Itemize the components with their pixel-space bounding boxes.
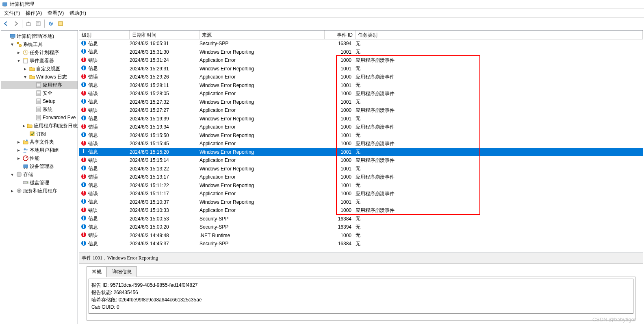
back-button[interactable] [2, 19, 11, 28]
tree-twisty[interactable]: ▾ [9, 172, 15, 177]
tree-item[interactable]: ▸本地用户和组 [1, 146, 78, 154]
event-row[interactable]: !错误2024/6/3 15:10:33Application Error100… [79, 206, 643, 215]
event-row[interactable]: !错误2024/6/3 15:27:27Application Error100… [79, 106, 643, 115]
event-row[interactable]: i信息2024/6/3 15:27:32Windows Error Report… [79, 98, 643, 107]
properties-button[interactable] [34, 19, 43, 28]
col-id[interactable]: 事件 ID [325, 31, 356, 39]
event-row[interactable]: i信息2024/6/3 15:00:20Security-SPP16394无 [79, 223, 643, 231]
folder-icon [29, 65, 35, 72]
tree-item[interactable]: 安全 [1, 89, 78, 97]
tree-item[interactable]: ▾Windows 日志 [1, 73, 78, 81]
event-row[interactable]: i信息2024/6/3 15:00:53Security-SPP16384无 [79, 215, 643, 223]
event-row[interactable]: i信息2024/6/3 15:15:50Windows Error Report… [79, 131, 643, 140]
tree-twisty[interactable]: ▾ [16, 58, 22, 63]
event-id: 1000 [325, 174, 356, 180]
event-row[interactable]: i信息2024/6/3 15:13:22Windows Error Report… [79, 165, 643, 173]
event-row[interactable]: i信息2024/6/3 15:11:22Windows Error Report… [79, 181, 643, 190]
tree-item[interactable]: ▾存储 [1, 170, 78, 179]
tree-item[interactable]: ▸服务和应用程序 [1, 187, 78, 195]
event-row[interactable]: !错误2024/6/3 15:19:34Application Error100… [79, 123, 643, 131]
event-datetime: 2024/6/3 15:29:26 [130, 74, 199, 80]
tree-twisty[interactable]: ▸ [16, 139, 22, 145]
tab-details[interactable]: 详细信息 [107, 266, 137, 277]
tree-item[interactable]: ▸任务计划程序 [1, 48, 78, 57]
tree-item[interactable]: 计算机管理(本地) [1, 32, 78, 40]
event-row[interactable]: !错误2024/6/3 14:49:48.NET Runtime1000无 [79, 231, 643, 240]
tree-item[interactable]: ▾系统工具 [1, 40, 78, 48]
tree-item[interactable]: 磁盘管理 [1, 179, 78, 187]
event-row[interactable]: !错误2024/6/3 15:15:45Application Error100… [79, 140, 643, 148]
tree-label: Windows 日志 [36, 74, 67, 81]
tree-item[interactable]: 设备管理器 [1, 162, 78, 170]
tree-item[interactable]: ▸共享文件夹 [1, 138, 78, 146]
event-category: 无 [356, 82, 643, 89]
col-source[interactable]: 来源 [199, 31, 325, 39]
detail-header: 事件 1001，Windows Error Reporting [79, 253, 643, 264]
event-category: 无 [356, 224, 643, 231]
tree-twisty[interactable]: ▸ [9, 188, 15, 194]
event-row[interactable]: !错误2024/6/3 15:11:17Application Error100… [79, 190, 643, 198]
col-category[interactable]: 任务类别 [356, 31, 643, 39]
event-source: Windows Error Reporting [199, 116, 325, 122]
tree-item[interactable]: Setup [1, 97, 78, 105]
event-row[interactable]: i信息2024/6/3 15:15:20Windows Error Report… [79, 148, 643, 157]
event-row[interactable]: !错误2024/6/3 15:31:24Application Error100… [79, 56, 643, 65]
event-row[interactable]: !错误2024/6/3 15:13:17Application Error100… [79, 173, 643, 181]
col-date[interactable]: 日期和时间 [130, 31, 199, 39]
tree-item[interactable]: ▸性能 [1, 154, 78, 162]
tree-twisty[interactable]: ▸ [16, 147, 22, 153]
menu-view[interactable]: 查看(V) [45, 9, 66, 17]
log-icon [35, 82, 42, 88]
help-button[interactable]: ? [46, 19, 55, 28]
tree-item[interactable]: 系统 [1, 105, 78, 113]
tree-item[interactable]: 应用程序 [1, 81, 78, 89]
tree-twisty[interactable]: ▸ [16, 50, 22, 55]
tree-item[interactable]: ▾事件查看器 [1, 57, 78, 65]
tree-item[interactable]: ▸自定义视图 [1, 65, 78, 73]
event-row[interactable]: i信息2024/6/3 15:19:39Windows Error Report… [79, 115, 643, 123]
tree-twisty[interactable]: ▸ [22, 66, 28, 72]
svg-point-38 [26, 149, 28, 151]
tree-item[interactable]: 订阅 [1, 130, 78, 138]
tree-twisty[interactable]: ▸ [22, 123, 26, 129]
event-row[interactable]: !错误2024/6/3 15:28:05Application Error100… [79, 89, 643, 98]
tree-twisty[interactable]: ▾ [22, 74, 28, 80]
event-row[interactable]: i信息2024/6/3 16:05:31Security-SPP16394无 [79, 39, 643, 48]
menu-action[interactable]: 操作(A) [23, 9, 44, 17]
info-icon: i [81, 115, 87, 122]
tree-twisty[interactable]: ▾ [9, 41, 15, 47]
event-level: 信息 [88, 182, 98, 189]
tree-label: 任务计划程序 [30, 49, 59, 56]
error-icon: ! [81, 174, 87, 181]
svg-text:i: i [83, 98, 84, 104]
event-row[interactable]: i信息2024/6/3 15:28:11Windows Error Report… [79, 81, 643, 90]
event-row[interactable]: i信息2024/6/3 15:10:37Windows Error Report… [79, 198, 643, 207]
event-grid[interactable]: 级别 日期和时间 来源 事件 ID 任务类别 i信息2024/6/3 16:05… [79, 31, 643, 253]
sub-icon [29, 131, 35, 137]
up-button[interactable] [24, 19, 33, 28]
svg-point-41 [24, 168, 25, 169]
tree-item[interactable]: Forwarded Eve [1, 113, 78, 122]
event-row[interactable]: i信息2024/6/3 14:45:37Security-SPP16384无 [79, 240, 643, 248]
event-row[interactable]: i信息2024/6/3 15:31:30Windows Error Report… [79, 48, 643, 57]
event-category: 无 [356, 198, 643, 205]
event-row[interactable]: !错误2024/6/3 15:15:14Application Error100… [79, 156, 643, 165]
error-icon: ! [81, 107, 87, 114]
tree-item[interactable]: ▸应用程序和服务日志 [1, 122, 78, 130]
tab-general[interactable]: 常规 [87, 266, 107, 277]
event-row[interactable]: i信息2024/6/3 15:29:31Windows Error Report… [79, 65, 643, 73]
grid-header[interactable]: 级别 日期和时间 来源 事件 ID 任务类别 [79, 31, 643, 39]
col-level[interactable]: 级别 [79, 31, 130, 39]
menu-help[interactable]: 帮助(H) [67, 9, 89, 17]
tree-twisty[interactable]: ▸ [16, 155, 22, 161]
menu-file[interactable]: 文件(F) [2, 9, 22, 17]
event-datetime: 2024/6/3 15:19:39 [130, 116, 199, 122]
event-level: 信息 [88, 115, 98, 122]
folder-icon [29, 74, 35, 80]
event-row[interactable]: !错误2024/6/3 15:29:26Application Error100… [79, 73, 643, 81]
forward-button[interactable] [11, 19, 20, 28]
svg-text:i: i [83, 115, 84, 121]
svg-text:i: i [83, 198, 84, 204]
nav-tree[interactable]: 计算机管理(本地)▾系统工具▸任务计划程序▾事件查看器▸自定义视图▾Window… [1, 30, 78, 324]
refresh-button[interactable] [56, 19, 65, 28]
